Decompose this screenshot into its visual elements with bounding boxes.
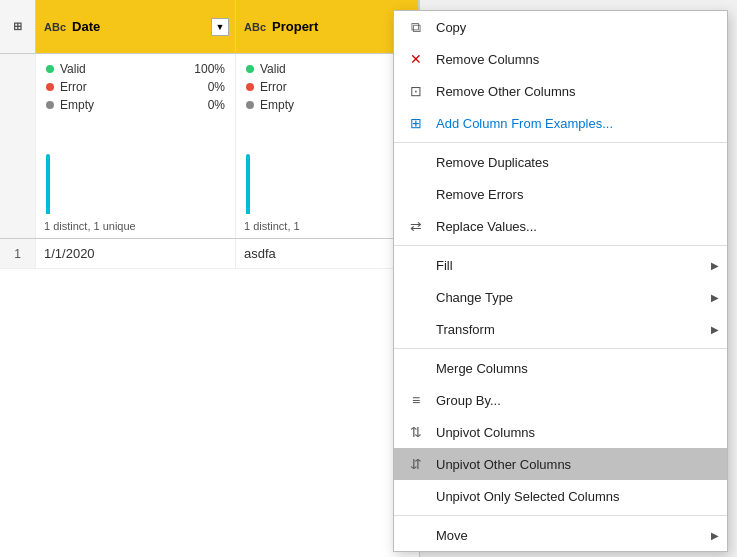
column-headers: ⊞ ABc Date ▼ ABc Propert bbox=[0, 0, 419, 54]
empty-icon bbox=[404, 486, 428, 506]
menu-separator-add-column-examples bbox=[394, 142, 727, 143]
menu-label-change-type: Change Type bbox=[436, 290, 715, 305]
menu-item-unpivot-other-columns[interactable]: ⇵Unpivot Other Columns bbox=[394, 448, 727, 480]
context-menu: ⧉Copy✕Remove Columns⊡Remove Other Column… bbox=[393, 10, 728, 552]
menu-item-remove-errors[interactable]: Remove Errors bbox=[394, 178, 727, 210]
menu-item-unpivot-columns[interactable]: ⇅Unpivot Columns bbox=[394, 416, 727, 448]
group-icon: ≡ bbox=[404, 390, 428, 410]
menu-separator-transform bbox=[394, 348, 727, 349]
empty-icon bbox=[404, 287, 428, 307]
empty-icon bbox=[404, 184, 428, 204]
menu-item-fill[interactable]: Fill bbox=[394, 249, 727, 281]
empty-icon bbox=[404, 255, 428, 275]
date-type-icon: ABc bbox=[44, 21, 66, 33]
remove-other-icon: ⊡ bbox=[404, 81, 428, 101]
menu-label-fill: Fill bbox=[436, 258, 715, 273]
valid-pct-date: 100% bbox=[194, 62, 225, 76]
menu-separator-replace-values bbox=[394, 245, 727, 246]
empty-dot-prop bbox=[246, 101, 254, 109]
empty-label-date: Empty bbox=[60, 98, 208, 112]
row-property-1: asdfa bbox=[236, 239, 419, 268]
empty-icon bbox=[404, 152, 428, 172]
menu-label-group-by: Group By... bbox=[436, 393, 715, 408]
empty-icon bbox=[404, 358, 428, 378]
valid-label-prop: Valid bbox=[260, 62, 408, 76]
row-date-1: 1/1/2020 bbox=[36, 239, 236, 268]
menu-label-add-column-examples: Add Column From Examples... bbox=[436, 116, 715, 131]
valid-dot-date bbox=[46, 65, 54, 73]
prop-distinct-label: 1 distinct, 1 bbox=[244, 220, 300, 232]
error-label-date: Error bbox=[60, 80, 208, 94]
date-distinct-label: 1 distinct, 1 unique bbox=[44, 220, 136, 232]
menu-label-remove-duplicates: Remove Duplicates bbox=[436, 155, 715, 170]
menu-label-move: Move bbox=[436, 528, 715, 543]
empty-icon bbox=[404, 319, 428, 339]
stats-index-col bbox=[0, 54, 36, 238]
empty-icon bbox=[404, 525, 428, 545]
error-dot-date bbox=[46, 83, 54, 91]
unpivot2-icon: ⇵ bbox=[404, 454, 428, 474]
menu-label-transform: Transform bbox=[436, 322, 715, 337]
error-pct-date: 0% bbox=[208, 80, 225, 94]
menu-item-remove-duplicates[interactable]: Remove Duplicates bbox=[394, 146, 727, 178]
empty-pct-date: 0% bbox=[208, 98, 225, 112]
valid-label-date: Valid bbox=[60, 62, 194, 76]
stats-property-col: Valid Error Empty 1 distinct, 1 bbox=[236, 54, 419, 238]
menu-label-remove-errors: Remove Errors bbox=[436, 187, 715, 202]
menu-item-remove-columns[interactable]: ✕Remove Columns bbox=[394, 43, 727, 75]
menu-label-copy: Copy bbox=[436, 20, 715, 35]
menu-item-unpivot-only-selected[interactable]: Unpivot Only Selected Columns bbox=[394, 480, 727, 512]
stats-date-col: Valid 100% Error 0% Empty 0% 1 distinct,… bbox=[36, 54, 236, 238]
copy-icon: ⧉ bbox=[404, 17, 428, 37]
menu-label-remove-other-columns: Remove Other Columns bbox=[436, 84, 715, 99]
menu-item-group-by[interactable]: ≡Group By... bbox=[394, 384, 727, 416]
prop-bar-chart bbox=[246, 154, 250, 214]
property-header-label: Propert bbox=[272, 19, 318, 34]
empty-label-prop: Empty bbox=[260, 98, 408, 112]
empty-dot-date bbox=[46, 101, 54, 109]
menu-label-remove-columns: Remove Columns bbox=[436, 52, 715, 67]
error-label-prop: Error bbox=[260, 80, 408, 94]
menu-item-add-column-examples[interactable]: ⊞Add Column From Examples... bbox=[394, 107, 727, 139]
menu-label-unpivot-only-selected: Unpivot Only Selected Columns bbox=[436, 489, 715, 504]
add-col-icon: ⊞ bbox=[404, 113, 428, 133]
menu-item-replace-values[interactable]: ⇄Replace Values... bbox=[394, 210, 727, 242]
table-container: ⊞ ABc Date ▼ ABc Propert Valid 100% Erro… bbox=[0, 0, 420, 557]
stats-area: Valid 100% Error 0% Empty 0% 1 distinct,… bbox=[0, 54, 419, 239]
error-dot-prop bbox=[246, 83, 254, 91]
date-bar-chart bbox=[46, 154, 50, 214]
replace-icon: ⇄ bbox=[404, 216, 428, 236]
menu-label-unpivot-other-columns: Unpivot Other Columns bbox=[436, 457, 715, 472]
menu-item-change-type[interactable]: Change Type bbox=[394, 281, 727, 313]
property-column-header[interactable]: ABc Propert bbox=[236, 0, 419, 53]
property-type-icon: ABc bbox=[244, 21, 266, 33]
menu-label-unpivot-columns: Unpivot Columns bbox=[436, 425, 715, 440]
remove-icon: ✕ bbox=[404, 49, 428, 69]
valid-dot-prop bbox=[246, 65, 254, 73]
menu-item-transform[interactable]: Transform bbox=[394, 313, 727, 345]
table-row[interactable]: 1 1/1/2020 asdfa bbox=[0, 239, 419, 269]
date-header-label: Date bbox=[72, 19, 100, 34]
menu-separator-unpivot-only-selected bbox=[394, 515, 727, 516]
menu-item-copy[interactable]: ⧉Copy bbox=[394, 11, 727, 43]
menu-item-merge-columns[interactable]: Merge Columns bbox=[394, 352, 727, 384]
menu-label-replace-values: Replace Values... bbox=[436, 219, 715, 234]
date-column-header[interactable]: ABc Date ▼ bbox=[36, 0, 236, 53]
menu-item-remove-other-columns[interactable]: ⊡Remove Other Columns bbox=[394, 75, 727, 107]
unpivot-icon: ⇅ bbox=[404, 422, 428, 442]
date-dropdown-button[interactable]: ▼ bbox=[211, 18, 229, 36]
index-header: ⊞ bbox=[0, 0, 36, 53]
menu-item-move[interactable]: Move bbox=[394, 519, 727, 551]
row-index-1: 1 bbox=[0, 239, 36, 268]
menu-label-merge-columns: Merge Columns bbox=[436, 361, 715, 376]
